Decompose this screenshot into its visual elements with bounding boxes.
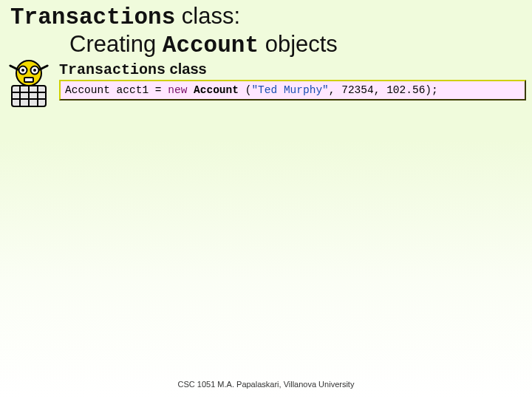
robot-icon (3, 58, 55, 109)
title-line-2: Creating Account objects (10, 31, 525, 59)
code-var: acct1 = (110, 84, 168, 96)
title-sans-2a: Creating (69, 31, 163, 57)
title-mono-1: Transactions (10, 4, 175, 30)
title-sans-2b: objects (259, 31, 338, 57)
title-mono-2: Account (163, 33, 259, 58)
section-sans: class (166, 61, 207, 77)
code-new-keyword: new (168, 84, 187, 96)
section-mono: Transactions (59, 61, 166, 78)
code-args-rest: , 72354, 102.56); (329, 84, 438, 96)
title-sans-1: class: (175, 3, 240, 29)
title-line-1: Transactions class: (10, 3, 525, 31)
code-panel: Account acct1 = new Account ("Ted Murphy… (59, 80, 526, 100)
slide-title: Transactions class: Creating Account obj… (0, 0, 532, 58)
code-space (187, 84, 194, 96)
section-header: Transactions class (59, 61, 207, 78)
code-string-literal: "Ted Murphy" (251, 84, 328, 96)
svg-line-13 (40, 66, 47, 69)
svg-rect-5 (24, 78, 33, 82)
svg-point-2 (21, 69, 24, 72)
code-type: Account (65, 84, 110, 96)
svg-point-4 (33, 69, 36, 72)
code-ctor: Account (194, 84, 239, 96)
slide-footer: CSC 1051 M.A. Papalaskari, Villanova Uni… (0, 380, 532, 389)
code-paren-open: ( (239, 84, 251, 96)
svg-line-12 (10, 66, 18, 69)
